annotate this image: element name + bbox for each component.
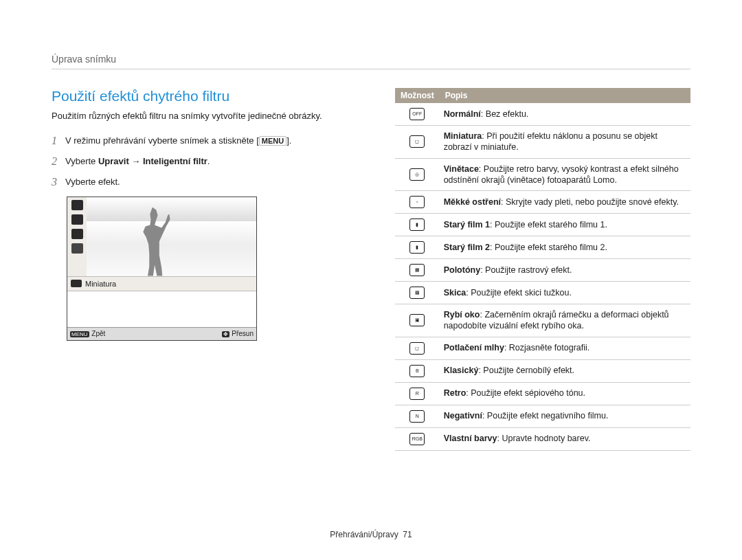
- option-desc-cell: Starý film 2: Použijte efekt starého fil…: [440, 236, 690, 259]
- filter-icon: ▫: [409, 196, 425, 208]
- step-number: 1: [52, 135, 65, 147]
- option-name: Retro: [444, 388, 466, 398]
- options-header-icon: Možnost: [395, 88, 440, 103]
- step-text-bold: Upravit → Inteligentní filtr: [98, 156, 207, 166]
- option-row: OFFNormální: Bez efektu.: [395, 103, 690, 126]
- option-name: Rybí oko: [444, 310, 480, 320]
- step-text-c: .: [207, 156, 210, 166]
- option-desc-cell: Měkké ostření: Skryjte vady pleti, nebo …: [440, 191, 690, 214]
- option-desc-cell: Retro: Použijte efekt sépiového tónu.: [440, 382, 690, 405]
- option-icon-cell: ▦: [395, 259, 440, 282]
- step-text: Vyberte Upravit → Inteligentní filtr.: [65, 155, 381, 168]
- lcd-side-icons: [67, 197, 87, 276]
- lcd-status-bar: MENU Zpět ✥ Přesun: [67, 327, 256, 340]
- option-row: ▩Skica: Použijte efekt skici tužkou.: [395, 282, 690, 304]
- lcd-icon: [71, 214, 83, 225]
- option-row: ◻Miniatura: Při použití efektu náklonu a…: [395, 126, 690, 159]
- option-row: BKlasický: Použijte černobílý efekt.: [395, 359, 690, 382]
- option-name: Polotóny: [444, 265, 480, 275]
- option-name: Skica: [444, 288, 466, 298]
- lcd-option-row: Miniatura: [67, 276, 256, 291]
- option-row: ◎Vinětace: Použijte retro barvy, vysoký …: [395, 158, 690, 191]
- step-text-a: V režimu přehrávání vyberte snímek a sti…: [65, 135, 259, 146]
- option-icon-cell: ◻: [395, 337, 440, 359]
- filter-icon: ▮: [409, 219, 425, 231]
- intro-text: Použitím různých efektů filtru na snímky…: [52, 110, 381, 122]
- option-row: RGBVlastní barvy: Upravte hodnoty barev.: [395, 427, 690, 450]
- option-name: Potlačení mlhy: [444, 343, 504, 352]
- option-row: ◻Potlačení mlhy: Rozjasněte fotografii.: [395, 337, 690, 359]
- lcd-icon: [71, 229, 83, 239]
- filter-icon: ◻: [409, 135, 425, 148]
- option-desc-cell: Normální: Bez efektu.: [440, 103, 690, 126]
- lcd-move-text: Přesun: [232, 330, 254, 337]
- option-desc-cell: Klasický: Použijte černobílý efekt.: [440, 359, 690, 382]
- lcd-icon: [71, 200, 83, 210]
- step-text: V režimu přehrávání vyberte snímek a sti…: [65, 135, 381, 147]
- option-name: Starý film 1: [444, 220, 490, 229]
- option-desc-cell: Negativní: Použijte efekt negativního fi…: [440, 405, 690, 427]
- option-desc: : Upravte hodnoty barev.: [497, 434, 590, 443]
- option-icon-cell: ▮: [395, 236, 440, 259]
- filter-icon: ▩: [409, 287, 425, 299]
- menu-key: MENU: [259, 136, 286, 146]
- step-3: 3 Vyberte efekt.: [52, 176, 381, 188]
- lcd-back-text: Zpět: [91, 330, 105, 337]
- step-text: Vyberte efekt.: [65, 176, 381, 188]
- option-icon-cell: ▩: [395, 282, 440, 304]
- option-row: RRetro: Použijte efekt sépiového tónu.: [395, 382, 690, 405]
- option-desc: : Použijte černobílý efekt.: [478, 366, 574, 375]
- lcd-move-key: ✥: [222, 331, 229, 337]
- option-desc-cell: Rybí oko: Začerněním okrajů rámečku a de…: [440, 304, 690, 337]
- filter-icon: RGB: [409, 433, 425, 445]
- filter-icon: ▦: [409, 264, 425, 276]
- option-icon-cell: ▣: [395, 304, 440, 337]
- lcd-back-key: MENU: [70, 331, 89, 337]
- option-icon-cell: ◎: [395, 158, 440, 191]
- filter-icon: OFF: [409, 108, 425, 120]
- option-row: ▫Měkké ostření: Skryjte vady pleti, nebo…: [395, 191, 690, 214]
- filter-icon: ◎: [409, 168, 425, 181]
- option-desc: : Použijte retro barvy, vysoký kontrast …: [444, 164, 679, 185]
- option-row: ▦Polotóny: Použijte rastrový efekt.: [395, 259, 690, 282]
- option-row: ▣Rybí oko: Začerněním okrajů rámečku a d…: [395, 304, 690, 337]
- footer-label: Přehráváni/Úpravy: [330, 530, 398, 539]
- option-row: ▮Starý film 1: Použijte efekt starého fi…: [395, 214, 690, 236]
- lcd-blank-area: [67, 291, 256, 327]
- filter-icon: R: [409, 388, 425, 400]
- option-desc-cell: Vinětace: Použijte retro barvy, vysoký k…: [440, 158, 690, 191]
- option-name: Klasický: [444, 366, 479, 375]
- option-name: Měkké ostření: [444, 197, 501, 207]
- option-desc: : Použijte efekt negativního filmu.: [482, 411, 608, 421]
- option-icon-cell: ▮: [395, 214, 440, 236]
- lcd-icon: [71, 243, 83, 254]
- option-name: Starý film 2: [444, 243, 490, 252]
- lcd-photo: [87, 197, 256, 276]
- options-table: Možnost Popis OFFNormální: Bez efektu.◻M…: [395, 88, 690, 451]
- option-desc: : Rozjasněte fotografii.: [504, 343, 589, 352]
- option-icon-cell: R: [395, 382, 440, 405]
- filter-icon: ▮: [409, 241, 425, 254]
- step-number: 2: [52, 155, 65, 168]
- filter-icon: ▣: [409, 314, 425, 326]
- option-desc-cell: Skica: Použijte efekt skici tužkou.: [440, 282, 690, 304]
- options-header-desc: Popis: [440, 88, 690, 103]
- option-icon-cell: ◻: [395, 126, 440, 159]
- lcd-preview: Miniatura MENU Zpět ✥ Přesun: [67, 197, 257, 341]
- option-desc: : Bez efektu.: [481, 109, 528, 119]
- step-text-b: ].: [286, 135, 291, 146]
- page-footer: Přehráváni/Úpravy 71: [0, 530, 742, 539]
- option-icon-cell: B: [395, 359, 440, 382]
- option-desc: : Použijte efekt sépiového tónu.: [466, 388, 585, 398]
- option-name: Vlastní barvy: [444, 434, 497, 443]
- option-desc: : Použijte efekt skici tužkou.: [466, 288, 572, 298]
- silhouette-figure: [135, 208, 173, 276]
- option-desc: : Použijte rastrový efekt.: [480, 265, 572, 275]
- step-1: 1 V režimu přehrávání vyberte snímek a s…: [52, 135, 381, 147]
- option-desc: : Použijte efekt starého filmu 1.: [490, 220, 607, 229]
- filter-icon: B: [409, 365, 425, 377]
- lcd-option-label: Miniatura: [85, 280, 116, 288]
- step-text-a: Vyberte: [65, 156, 98, 166]
- option-name: Negativní: [444, 411, 482, 421]
- filter-icon: ◻: [409, 342, 425, 355]
